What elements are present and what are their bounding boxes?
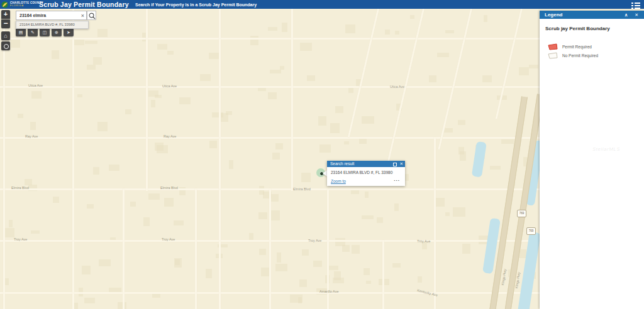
map-building bbox=[97, 122, 108, 131]
map-building bbox=[348, 87, 353, 93]
map-building bbox=[328, 266, 338, 270]
map-building bbox=[174, 220, 184, 225]
map-building bbox=[209, 141, 217, 149]
map-building bbox=[25, 179, 33, 185]
map-building bbox=[318, 116, 326, 126]
street-line bbox=[382, 240, 384, 309]
map-building bbox=[270, 70, 281, 73]
map-building bbox=[109, 165, 119, 171]
popup-maximize-icon[interactable] bbox=[393, 163, 397, 166]
map-building bbox=[5, 228, 14, 237]
measure-tool-button[interactable]: ⊕ bbox=[52, 28, 62, 36]
street-line bbox=[291, 9, 293, 191]
street-label: Troy Ave bbox=[162, 237, 175, 241]
map-building bbox=[345, 24, 355, 33]
clear-search-icon[interactable]: × bbox=[81, 12, 84, 20]
map-building bbox=[392, 263, 401, 268]
map-building bbox=[148, 90, 158, 97]
map-building bbox=[445, 30, 454, 33]
map-building bbox=[99, 259, 111, 266]
map-building bbox=[130, 202, 136, 207]
watermark-text: StellarMLS bbox=[592, 146, 620, 152]
route-shield-769: 769 bbox=[517, 210, 526, 217]
map-building bbox=[125, 109, 131, 115]
permit-required-swatch bbox=[548, 43, 558, 50]
map-building bbox=[275, 143, 284, 149]
map-building bbox=[302, 249, 308, 256]
share-tool-button[interactable]: ➤ bbox=[64, 28, 74, 36]
street-line bbox=[0, 137, 541, 139]
map-building bbox=[84, 298, 96, 303]
map-building bbox=[342, 245, 350, 252]
map-building bbox=[164, 198, 174, 207]
street-line bbox=[3, 9, 5, 309]
search-result-popup: Search result ✕ 23164 ELMIRA BLVD #, FL … bbox=[327, 161, 405, 186]
map-building bbox=[484, 15, 487, 22]
map-building bbox=[118, 302, 126, 309]
zoom-to-link[interactable]: Zoom to bbox=[331, 179, 346, 183]
page-title: Scrub Jay Permit Boundary bbox=[39, 0, 129, 9]
map-building bbox=[366, 281, 371, 285]
legend-panel: Legend ∧ ✕ Scrub jay Permit Boundary Per… bbox=[540, 11, 644, 309]
street-line bbox=[123, 188, 125, 309]
street-label: Troy Ave bbox=[308, 239, 321, 242]
draw-tool-button[interactable]: ✎ bbox=[28, 28, 38, 36]
map-building bbox=[74, 39, 84, 45]
zoom-in-button[interactable]: + bbox=[1, 10, 10, 19]
no-permit-required-swatch bbox=[548, 52, 558, 59]
street-line bbox=[438, 9, 472, 149]
map-building bbox=[418, 276, 422, 283]
search-input[interactable] bbox=[16, 11, 86, 19]
street-line bbox=[219, 9, 221, 309]
street-label: Elmira Blvd bbox=[11, 186, 29, 190]
map-building bbox=[167, 51, 174, 54]
zoom-out-button[interactable]: − bbox=[1, 19, 10, 28]
home-extent-button[interactable]: ⌂ bbox=[1, 31, 10, 40]
map-building bbox=[290, 295, 303, 303]
map-building bbox=[364, 268, 370, 276]
popup-address: 23164 ELMIRA BLVD #, FL 33980 bbox=[331, 170, 392, 175]
canal bbox=[472, 141, 487, 178]
app-header: CHARLOTTE COUNTY FLORIDA Scrub Jay Permi… bbox=[0, 0, 644, 9]
map-building bbox=[87, 65, 96, 70]
map-building bbox=[313, 261, 322, 267]
legend-close-icon[interactable]: ✕ bbox=[635, 11, 638, 19]
map-building bbox=[272, 153, 280, 160]
locate-button[interactable] bbox=[1, 41, 10, 50]
map-building bbox=[352, 245, 360, 254]
map-building bbox=[157, 44, 167, 49]
street-line bbox=[195, 188, 197, 309]
legend-item-label: Permit Required bbox=[562, 45, 592, 49]
street-line bbox=[72, 9, 74, 309]
search-box: × bbox=[16, 11, 87, 20]
map-building bbox=[335, 106, 343, 113]
map-building bbox=[410, 15, 414, 19]
map-building bbox=[93, 57, 102, 65]
map-building bbox=[301, 173, 311, 182]
app-window: 769 769 Utica AveUtica AveUtica AveRay A… bbox=[0, 0, 644, 309]
map-building bbox=[330, 123, 340, 133]
legend-item-permit-required: Permit Required bbox=[548, 43, 592, 50]
legend-dock-icon[interactable]: ∧ bbox=[625, 11, 628, 19]
map-building bbox=[179, 97, 191, 104]
map-building bbox=[501, 139, 513, 144]
map-toolbar: ▤ ✎ ◫ ⊕ ➤ bbox=[16, 28, 74, 36]
popup-close-icon[interactable]: ✕ bbox=[400, 161, 403, 167]
map-building bbox=[259, 249, 265, 255]
map-building bbox=[155, 143, 164, 151]
map-building bbox=[319, 144, 331, 152]
basemap-tool-button[interactable]: ◫ bbox=[40, 28, 50, 36]
layer-list-icon[interactable] bbox=[631, 1, 641, 8]
map-building bbox=[307, 75, 315, 81]
search-suggestion-item[interactable]: 23164 ELMIRA BLVD #, FL 33980 bbox=[16, 21, 89, 29]
map-building bbox=[258, 88, 266, 91]
map-building bbox=[429, 75, 436, 82]
street-label: Troy Ave bbox=[14, 237, 27, 241]
county-logo-icon bbox=[1, 1, 8, 8]
search-icon bbox=[88, 12, 96, 20]
locate-icon bbox=[4, 44, 9, 49]
search-button[interactable] bbox=[87, 11, 96, 20]
map-building bbox=[53, 197, 58, 203]
popup-more-icon[interactable]: ... bbox=[394, 176, 400, 182]
print-tool-button[interactable]: ▤ bbox=[16, 28, 26, 36]
